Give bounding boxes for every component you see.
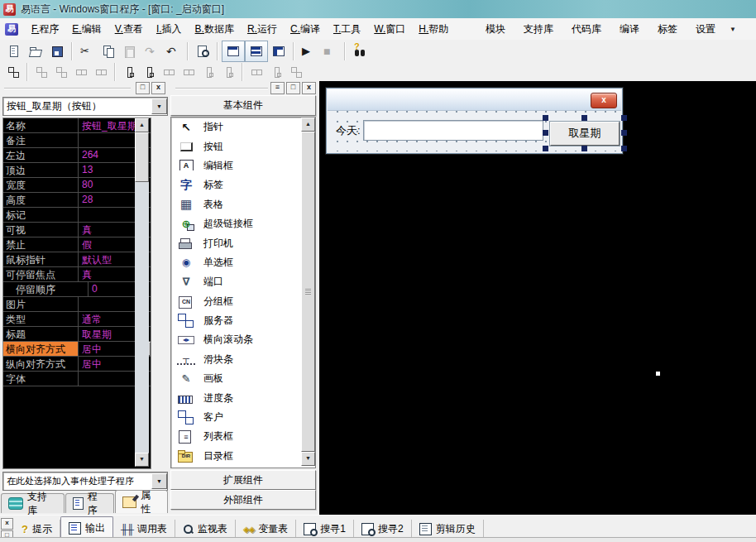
- component-item[interactable]: ≡ 列表框: [171, 427, 315, 446]
- property-row[interactable]: 宽度 80: [3, 178, 151, 193]
- space-across-icon[interactable]: [159, 65, 179, 80]
- property-row[interactable]: 鼠标指针 默认型: [3, 252, 151, 267]
- basic-components-header-button[interactable]: 基本组件: [170, 95, 316, 116]
- component-item[interactable]: 按钮: [171, 137, 315, 156]
- find-icon[interactable]: [192, 41, 213, 61]
- scrollbar-thumb[interactable]: [301, 132, 315, 452]
- fit-width-icon[interactable]: [246, 65, 266, 80]
- bottom-tab[interactable]: 监视表: [175, 520, 236, 539]
- panel-close-icon[interactable]: x: [1, 518, 13, 530]
- new-file-icon[interactable]: [3, 41, 25, 61]
- settings-dropdown-icon[interactable]: ▼: [725, 26, 751, 33]
- component-item[interactable]: 进度条: [171, 388, 315, 407]
- panel-close-icon[interactable]: x: [151, 82, 165, 94]
- form-designer-area[interactable]: x 今天: 取星期: [319, 81, 756, 516]
- menu-item[interactable]: W.窗口: [367, 19, 412, 40]
- menu-item[interactable]: C.编译: [284, 19, 327, 40]
- designer-form-close-button[interactable]: x: [591, 93, 617, 108]
- panel-menu-icon[interactable]: ≡: [270, 82, 285, 94]
- menu-item[interactable]: 模块: [476, 19, 514, 40]
- menu-item[interactable]: T.工具: [327, 19, 367, 40]
- scroll-up-icon[interactable]: ▲: [135, 118, 149, 132]
- save-file-icon[interactable]: [46, 41, 68, 61]
- property-row[interactable]: 停留顺序 0: [3, 282, 151, 297]
- selection-handle[interactable]: [543, 115, 548, 121]
- component-item[interactable]: ◂▸ 横向滚动条: [171, 330, 315, 349]
- bottom-tab[interactable]: ? 提示: [14, 520, 60, 539]
- property-row[interactable]: 顶边 13: [3, 163, 151, 178]
- component-item[interactable]: ✎ 画板: [171, 369, 315, 388]
- cut-icon[interactable]: ✂: [76, 41, 98, 61]
- fit-both-icon[interactable]: [286, 65, 306, 80]
- component-item[interactable]: CN 分组框: [171, 292, 315, 311]
- scroll-down-icon[interactable]: ▼: [301, 452, 315, 466]
- selection-handle[interactable]: [543, 146, 548, 151]
- extended-components-button[interactable]: 扩展组件: [170, 470, 316, 490]
- menu-item[interactable]: F.程序: [25, 19, 65, 40]
- property-row[interactable]: 标题 取星期: [3, 327, 151, 342]
- component-item[interactable]: 字 标签: [171, 175, 315, 194]
- property-row[interactable]: 类型 通常: [3, 312, 151, 327]
- left-panel-tab[interactable]: 支持库: [1, 493, 65, 513]
- selection-handle[interactable]: [581, 146, 587, 151]
- panel-float-icon[interactable]: □: [286, 82, 300, 94]
- component-item[interactable]: 打印机: [171, 233, 315, 252]
- window-layout-top-icon[interactable]: [222, 41, 245, 62]
- selection-handle[interactable]: [581, 115, 587, 121]
- copy-icon[interactable]: [98, 41, 119, 61]
- equalize-width-icon[interactable]: [199, 65, 218, 80]
- property-row[interactable]: 横向对齐方式 居中 ▼: [3, 342, 151, 357]
- bottom-tab[interactable]: ╫╫ 调用表: [113, 520, 175, 539]
- form-today-label[interactable]: 今天:: [336, 123, 361, 138]
- panel-drag-handle[interactable]: [175, 88, 268, 89]
- titlebar[interactable]: 易 易语言 - Windows窗口程序 - [窗口: _启动窗口]: [0, 0, 756, 19]
- stop-icon[interactable]: ■: [319, 41, 341, 61]
- component-item[interactable]: ▦ 表格: [171, 195, 315, 214]
- left-panel-tab[interactable]: 属性: [115, 490, 168, 513]
- component-item[interactable]: A 编辑框: [171, 156, 315, 175]
- form-edit-box[interactable]: [363, 120, 543, 141]
- designer-form-body[interactable]: 今天: 取星期: [328, 111, 620, 151]
- menu-item[interactable]: E.编辑: [65, 19, 108, 40]
- align-bottom-icon[interactable]: [91, 65, 111, 80]
- left-panel-tab[interactable]: 程序: [65, 493, 115, 513]
- selection-handle[interactable]: [621, 130, 627, 136]
- equalize-height-icon[interactable]: [218, 65, 238, 80]
- property-row[interactable]: 标记: [3, 208, 151, 223]
- fit-height-icon[interactable]: [266, 65, 286, 80]
- property-row[interactable]: 可停留焦点 真: [3, 267, 151, 282]
- component-list-scrollbar[interactable]: ▲ ▼: [301, 118, 315, 466]
- panel-float-icon[interactable]: □: [136, 82, 150, 94]
- window-layout-bottom-icon[interactable]: [268, 41, 289, 61]
- designer-form-titlebar[interactable]: x: [328, 89, 621, 111]
- menu-item[interactable]: 代码库: [562, 19, 610, 40]
- property-row[interactable]: 纵向对齐方式 居中: [3, 357, 151, 372]
- menu-item[interactable]: H.帮助: [412, 19, 455, 40]
- center-vertical-icon[interactable]: [139, 65, 159, 80]
- selection-handle[interactable]: [621, 146, 627, 151]
- align-left-icon[interactable]: [31, 65, 51, 80]
- component-item[interactable]: ∇ 端口: [171, 272, 315, 291]
- scrollbar-thumb[interactable]: [135, 132, 149, 182]
- scrollbar-track[interactable]: [135, 182, 149, 453]
- menu-item[interactable]: 设置: [687, 19, 725, 40]
- menu-item[interactable]: 编译: [610, 19, 648, 40]
- bottom-tab[interactable]: 搜寻2: [354, 520, 412, 539]
- scroll-up-icon[interactable]: ▲: [301, 118, 315, 132]
- menu-item[interactable]: 支持库: [514, 19, 562, 40]
- component-item[interactable]: ┬ 滑块条: [171, 350, 315, 369]
- redo-icon[interactable]: ↷: [141, 41, 162, 61]
- form-weekday-button[interactable]: 取星期: [550, 122, 620, 146]
- property-row[interactable]: 图片: [3, 297, 151, 312]
- property-row[interactable]: 字体: [3, 372, 151, 386]
- property-row[interactable]: 备注: [3, 133, 151, 148]
- menu-item[interactable]: V.查看: [108, 19, 150, 40]
- component-item[interactable]: ◉ 单选框: [171, 253, 315, 272]
- align-right-icon[interactable]: [51, 65, 71, 80]
- property-table-scrollbar[interactable]: ▲ ▼: [135, 118, 149, 467]
- property-row[interactable]: 左边 264: [3, 148, 151, 163]
- bottom-tab[interactable]: ◈◈ 变量表: [236, 520, 296, 539]
- component-item[interactable]: ⊕ 超级链接框: [171, 214, 315, 233]
- paste-icon[interactable]: [119, 41, 141, 61]
- external-components-button[interactable]: 外部组件: [170, 490, 316, 510]
